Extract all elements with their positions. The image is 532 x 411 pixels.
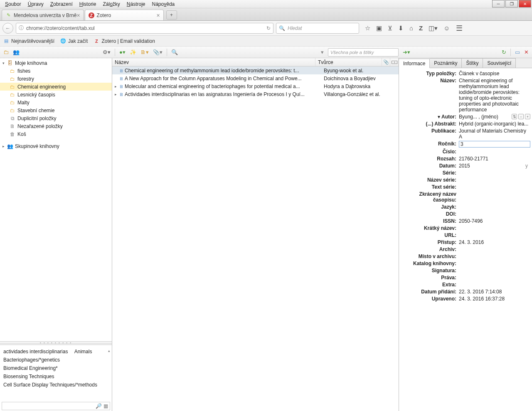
new-tab-button[interactable]: + bbox=[166, 10, 177, 20]
pocket-icon[interactable]: ⊻ bbox=[388, 25, 392, 32]
back-button[interactable]: ← bbox=[2, 23, 13, 34]
tab-mendelova[interactable]: ✎ Mendelova univerzita v Brně × bbox=[2, 10, 84, 20]
sync-icon[interactable]: ↻ bbox=[502, 49, 506, 55]
zotero-search[interactable]: Všechna pole a štítky bbox=[328, 48, 399, 57]
window-controls: ─ ❐ ✕ bbox=[491, 0, 531, 7]
bookmark-zotero-email[interactable]: ZZotero | Email validation bbox=[94, 38, 155, 44]
column-picker[interactable]: 🀱 bbox=[390, 58, 399, 66]
tag-item[interactable]: actividades interdisciplinarias bbox=[3, 347, 68, 356]
info-tab-souvisejici[interactable]: Související bbox=[483, 58, 516, 68]
new-collection-icon[interactable]: 🗀 bbox=[3, 49, 9, 55]
url-bar[interactable]: ⓘ chrome://zotero/content/tab.xul ↻ bbox=[16, 23, 273, 34]
column-attachment[interactable]: 📎 bbox=[382, 58, 390, 66]
collection-lesnicky-casopis[interactable]: 🗀Lesnický časopis bbox=[0, 91, 112, 98]
unfiled-items[interactable]: 🗎Nezařazené položky bbox=[0, 122, 112, 130]
menu-zobrazeni[interactable]: Zobrazení bbox=[47, 0, 76, 8]
twisty-icon[interactable]: ▸ bbox=[2, 144, 7, 148]
collection-malty[interactable]: 🗀Malty bbox=[0, 98, 112, 106]
author-add-icon[interactable]: + bbox=[525, 114, 530, 119]
items-pane: Název Tvůrce 📎 🀱 🗎 Chemical engineering … bbox=[112, 58, 399, 411]
info-tab-informace[interactable]: Informace bbox=[399, 59, 430, 68]
gear-icon[interactable]: ⚙▾ bbox=[103, 49, 111, 55]
info-value[interactable]: Byung... , (jméno) bbox=[459, 114, 512, 120]
search-bar[interactable]: 🔍 Hledat bbox=[276, 23, 359, 34]
trash[interactable]: 🗑Koš bbox=[0, 130, 112, 138]
twisty-icon[interactable]: ▾ bbox=[438, 114, 441, 120]
info-value[interactable]: Hybrid (organic-inorganic) lea... bbox=[459, 121, 530, 127]
wand-icon[interactable]: ✨ bbox=[130, 49, 136, 55]
tag-filter-input[interactable]: 🔎 ▦ bbox=[2, 402, 110, 410]
menu-soubor[interactable]: Soubor bbox=[2, 0, 25, 8]
menu-napoveda[interactable]: Nápověda bbox=[149, 0, 178, 8]
dropdown-icon[interactable]: ▾ bbox=[321, 49, 324, 55]
note-icon[interactable]: 🗎▾ bbox=[140, 49, 149, 55]
tab-close-icon[interactable]: × bbox=[76, 12, 80, 19]
menu-upravy[interactable]: Úpravy bbox=[25, 0, 47, 8]
info-value[interactable]: Journal of Materials Chemistry A bbox=[459, 128, 530, 140]
attach-icon[interactable]: 📎▾ bbox=[153, 49, 163, 55]
info-tab-stitky[interactable]: Štítky bbox=[462, 58, 483, 68]
tag-item[interactable]: Biomedical Engineering* bbox=[3, 364, 58, 372]
bookmark-star-icon[interactable]: ☆ bbox=[365, 25, 370, 32]
download-icon[interactable]: ⬇ bbox=[398, 25, 404, 32]
author-swap-icon[interactable]: ⇅ bbox=[512, 114, 517, 119]
bookmark-jak-zacit[interactable]: 🌐Jak začít bbox=[60, 38, 88, 44]
tag-item[interactable]: Biosensing Techniques bbox=[3, 372, 54, 381]
info-value[interactable]: 2015 bbox=[459, 163, 525, 169]
info-value[interactable]: Chemical engineering of methylammonium l… bbox=[459, 78, 530, 113]
info-value[interactable]: 3 bbox=[459, 141, 530, 148]
bookmark-most-visited[interactable]: ▤Nejnavštěvovanější bbox=[3, 38, 54, 44]
close-button[interactable]: ✕ bbox=[519, 0, 531, 7]
tag-item[interactable]: Cell Surface Display Techniques/*methods bbox=[3, 381, 97, 389]
info-value[interactable]: 22. 3. 2016 7:14:08 bbox=[459, 289, 530, 295]
collection-stavebni-chemie[interactable]: 🗀Stavební chemie bbox=[0, 106, 112, 114]
group-libraries[interactable]: ▸ 👥 Skupinové knihovny bbox=[0, 142, 112, 150]
new-group-icon[interactable]: 👥 bbox=[13, 49, 20, 55]
close-pane-icon[interactable]: ✕ bbox=[524, 49, 529, 55]
home-icon[interactable]: ⌂ bbox=[409, 25, 413, 32]
maximize-button[interactable]: ❐ bbox=[505, 0, 518, 7]
tab-zotero[interactable]: Z Zotero × bbox=[85, 10, 164, 20]
info-value[interactable]: 24. 3. 2016 16:37:28 bbox=[459, 296, 530, 302]
reload-icon[interactable]: ↻ bbox=[266, 25, 271, 31]
info-tab-poznamky[interactable]: Poznámky bbox=[430, 58, 462, 68]
menu-icon[interactable]: ▦ bbox=[103, 402, 108, 410]
info-value[interactable]: Článek v časopise bbox=[459, 71, 530, 76]
sync-arrow-icon[interactable]: ➜▾ bbox=[403, 49, 410, 55]
chat-icon[interactable]: ☺ bbox=[443, 25, 450, 32]
scroll-up-icon[interactable]: ▴ bbox=[107, 347, 111, 355]
sidebar-icon[interactable]: ◫▾ bbox=[429, 25, 438, 32]
fullscreen-icon[interactable]: ▭ bbox=[515, 49, 520, 55]
info-value[interactable]: 24. 3. 2016 bbox=[459, 239, 530, 245]
clipboard-icon[interactable]: ▣ bbox=[376, 25, 382, 32]
tag-item[interactable]: Bacteriophages/*genetics bbox=[3, 356, 60, 364]
menu-nastroje[interactable]: Nástroje bbox=[123, 0, 149, 8]
collection-chemical-engineering[interactable]: 🗀Chemical engineering bbox=[0, 83, 112, 91]
twisty-icon[interactable]: ▸ bbox=[113, 84, 118, 89]
twisty-icon[interactable]: ▸ bbox=[113, 92, 118, 96]
library-root[interactable]: ▾ 🗄 Moje knihovna bbox=[0, 59, 112, 67]
minimize-button[interactable]: ─ bbox=[492, 0, 505, 7]
tag-item[interactable]: Animals bbox=[74, 347, 92, 356]
zotero-z-icon[interactable]: Z bbox=[419, 25, 423, 32]
info-value[interactable]: 2050-7496 bbox=[459, 218, 530, 224]
duplicate-items[interactable]: ⧉Duplicitní položky bbox=[0, 114, 112, 122]
item-row[interactable]: 🗎 A New Approach for the Column Apparatu… bbox=[112, 74, 399, 82]
info-value[interactable]: 21760-21771 bbox=[459, 156, 530, 162]
item-row[interactable]: ▸ 🗎 Molecular and chemical engineering o… bbox=[112, 82, 399, 90]
new-item-icon[interactable]: ●▾ bbox=[119, 49, 126, 55]
item-row[interactable]: 🗎 Chemical engineering of methylammonium… bbox=[112, 66, 399, 74]
menu-icon[interactable]: ☰ bbox=[456, 24, 463, 33]
collection-fishes[interactable]: 🗀fishes bbox=[0, 67, 112, 75]
collection-forestry[interactable]: 🗀forestry bbox=[0, 75, 112, 83]
twisty-icon[interactable]: ▾ bbox=[2, 61, 7, 65]
lookup-icon[interactable]: 🔍 bbox=[171, 49, 178, 55]
column-title[interactable]: Název bbox=[112, 58, 315, 66]
column-creator[interactable]: Tvůrce bbox=[315, 58, 382, 66]
menu-zalozky[interactable]: Záložky bbox=[99, 0, 123, 8]
tab-close-icon[interactable]: × bbox=[156, 12, 160, 19]
menu-historie[interactable]: Historie bbox=[76, 0, 100, 8]
item-row[interactable]: ▸ 🗎 Actividades interdisciplinarias en l… bbox=[112, 90, 399, 98]
author-remove-icon[interactable]: − bbox=[518, 114, 524, 119]
splitter[interactable]: • • • • • • • • • bbox=[0, 341, 112, 344]
